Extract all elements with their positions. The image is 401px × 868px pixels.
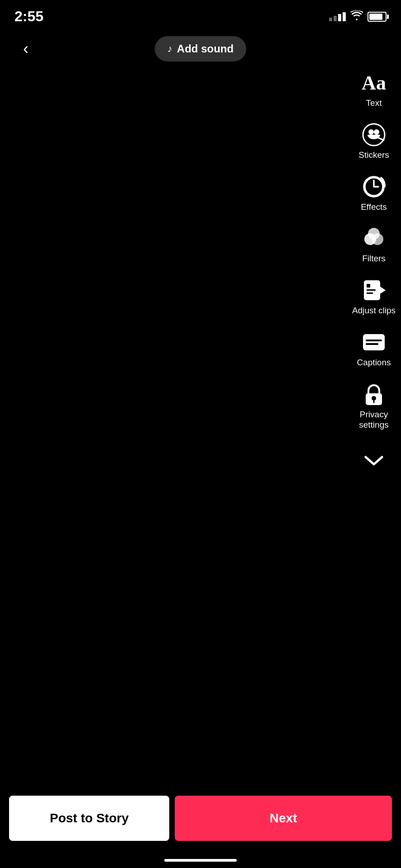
svg-point-8 xyxy=(368,228,380,240)
adjust-clips-label: Adjust clips xyxy=(352,306,396,316)
back-chevron-icon: ‹ xyxy=(23,39,29,58)
svg-rect-16 xyxy=(366,343,378,345)
filters-label: Filters xyxy=(362,254,386,264)
sticker-icon xyxy=(361,122,387,147)
tool-captions[interactable]: Captions xyxy=(356,330,392,368)
stickers-label: Stickers xyxy=(358,150,389,160)
chevron-down-icon xyxy=(361,448,387,473)
home-indicator xyxy=(164,859,237,862)
status-bar: 2:55 xyxy=(0,0,401,29)
bottom-bar: Post to Story Next xyxy=(0,796,401,841)
svg-rect-14 xyxy=(363,334,385,350)
back-button[interactable]: ‹ xyxy=(14,38,37,60)
post-to-story-button[interactable]: Post to Story xyxy=(9,796,169,841)
svg-rect-13 xyxy=(367,292,373,294)
svg-marker-10 xyxy=(380,287,386,294)
filters-icon xyxy=(361,226,387,251)
effects-icon xyxy=(361,174,387,199)
add-sound-button[interactable]: ♪ Add sound xyxy=(155,36,246,61)
next-button[interactable]: Next xyxy=(175,796,392,841)
svg-rect-11 xyxy=(367,284,370,288)
tool-adjust-clips[interactable]: Adjust clips xyxy=(356,278,392,316)
tool-privacy-settings[interactable]: Privacysettings xyxy=(356,382,392,430)
adjust-clips-icon xyxy=(361,278,387,303)
battery-icon xyxy=(368,12,387,22)
status-time: 2:55 xyxy=(14,8,43,25)
privacy-settings-label: Privacysettings xyxy=(359,410,388,430)
wifi-icon xyxy=(350,10,363,23)
svg-point-1 xyxy=(368,129,374,135)
tool-text[interactable]: Aa Text xyxy=(356,70,392,108)
text-icon: Aa xyxy=(361,70,387,95)
tool-filters[interactable]: Filters xyxy=(356,226,392,264)
svg-point-2 xyxy=(374,129,379,135)
svg-line-3 xyxy=(377,137,384,140)
captions-icon xyxy=(361,330,387,355)
privacy-icon xyxy=(361,382,387,407)
svg-rect-15 xyxy=(366,340,382,341)
right-toolbar: Aa Text Stickers xyxy=(356,70,392,473)
captions-label: Captions xyxy=(357,358,391,368)
text-label: Text xyxy=(366,98,382,108)
music-note-icon: ♪ xyxy=(167,43,172,55)
tool-effects[interactable]: Effects xyxy=(356,174,392,212)
top-bar: ‹ ♪ Add sound xyxy=(0,36,401,61)
tool-stickers[interactable]: Stickers xyxy=(356,122,392,160)
status-icons xyxy=(329,10,387,23)
svg-rect-12 xyxy=(367,289,376,291)
chevron-down-button[interactable] xyxy=(356,448,392,473)
effects-label: Effects xyxy=(361,202,387,212)
signal-icon xyxy=(329,12,346,21)
